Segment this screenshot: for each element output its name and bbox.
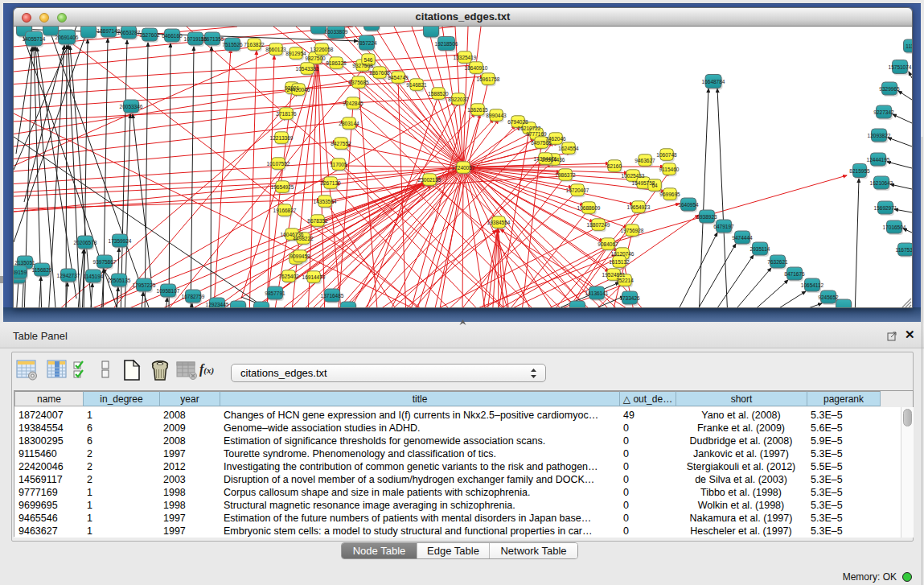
svg-text:9227342: 9227342	[873, 109, 894, 115]
svg-text:9146821: 9146821	[406, 82, 427, 88]
svg-text:20691406: 20691406	[55, 35, 79, 40]
svg-text:6794028: 6794028	[507, 119, 528, 125]
svg-text:14055714: 14055714	[23, 36, 46, 42]
svg-text:2135051: 2135051	[14, 260, 35, 266]
svg-text:1156829: 1156829	[32, 267, 52, 273]
svg-text:9699695: 9699695	[659, 192, 680, 197]
svg-text:1527602: 1527602	[139, 32, 160, 38]
svg-text:18640910: 18640910	[465, 65, 488, 71]
svg-text:19756928: 19756928	[621, 228, 644, 233]
svg-text:16120746: 16120746	[611, 251, 634, 257]
svg-text:9099459: 9099459	[290, 253, 310, 259]
svg-text:1145194: 1145194	[84, 274, 104, 279]
svg-text:39159: 39159	[14, 270, 27, 275]
svg-text:17016504: 17016504	[883, 225, 906, 230]
svg-text:12213369: 12213369	[270, 135, 294, 141]
svg-text:14136141: 14136141	[585, 290, 609, 296]
svg-text:23002135: 23002135	[418, 177, 441, 183]
svg-text:16033809: 16033809	[325, 29, 348, 35]
svg-text:12505135: 12505135	[108, 278, 131, 283]
svg-text:12923445: 12923445	[206, 302, 229, 307]
svg-text:8660123: 8660123	[265, 47, 286, 52]
svg-text:2935114: 2935114	[750, 246, 770, 252]
svg-text:9245652: 9245652	[818, 295, 839, 300]
svg-text:9463627: 9463627	[634, 158, 655, 163]
svg-text:10958107: 10958107	[157, 288, 180, 294]
svg-text:10107552: 10107552	[267, 161, 290, 167]
svg-text:13226058: 13226058	[310, 47, 334, 52]
svg-text:6466160: 6466160	[162, 33, 183, 39]
svg-text:10653287: 10653287	[117, 30, 141, 35]
svg-text:7625402: 7625402	[278, 274, 299, 279]
svg-text:19218506: 19218506	[435, 41, 458, 47]
svg-text:64: 64	[651, 183, 658, 188]
svg-text:17240057: 17240057	[452, 165, 475, 171]
svg-text:19384554: 19384554	[487, 220, 511, 225]
svg-text:252214: 252214	[616, 278, 634, 283]
svg-text:9327508: 9327508	[352, 63, 373, 68]
svg-text:7857224: 7857224	[356, 40, 377, 46]
svg-text:14353594: 14353594	[314, 199, 337, 204]
svg-text:15720407: 15720407	[566, 187, 589, 193]
svg-text:16671355: 16671355	[201, 36, 224, 42]
svg-text:8215955: 8215955	[849, 168, 870, 174]
svg-text:62160: 62160	[607, 163, 622, 169]
svg-text:8186328: 8186328	[326, 60, 347, 66]
svg-text:7163822: 7163822	[244, 42, 265, 47]
svg-text:17957225: 17957225	[133, 282, 156, 288]
svg-text:1615132: 1615132	[609, 259, 630, 265]
svg-text:9242845: 9242845	[343, 101, 363, 106]
svg-text:10688609: 10688609	[577, 205, 601, 211]
svg-text:20206578: 20206578	[74, 240, 97, 245]
svg-text:8938923: 8938923	[696, 214, 717, 220]
svg-text:20053346: 20053346	[120, 104, 143, 109]
svg-text:10543382: 10543382	[296, 66, 319, 72]
svg-text:4498222: 4498222	[293, 236, 314, 241]
svg-text:8375685: 8375685	[348, 80, 369, 85]
svg-text:9115460: 9115460	[659, 167, 680, 172]
svg-text:6479197: 6479197	[713, 224, 734, 229]
svg-text:13716485: 13716485	[321, 293, 344, 299]
svg-text:24420046: 24420046	[287, 87, 310, 93]
svg-text:16782759: 16782759	[182, 294, 205, 299]
svg-text:19524851: 19524851	[602, 272, 626, 278]
svg-text:8427552: 8427552	[331, 141, 351, 146]
svg-text:9329965: 9329965	[879, 86, 900, 92]
svg-text:15692971: 15692971	[874, 205, 897, 211]
svg-text:3267130: 3267130	[320, 180, 341, 186]
svg-text:7462046: 7462046	[545, 136, 566, 142]
svg-text:16210643: 16210643	[870, 180, 893, 186]
svg-text:1362615: 1362615	[467, 107, 488, 113]
svg-text:9827500: 9827500	[305, 56, 326, 61]
svg-text:8990443: 8990443	[486, 113, 507, 118]
svg-text:19654923: 19654923	[627, 204, 651, 210]
svg-text:117005: 117005	[330, 162, 347, 167]
svg-text:9084067: 9084067	[598, 241, 618, 247]
svg-text:7515526: 7515526	[222, 42, 243, 47]
svg-text:14304476: 14304476	[534, 156, 557, 162]
svg-text:7986372: 7986372	[555, 172, 576, 178]
svg-text:18807249: 18807249	[587, 222, 610, 228]
svg-text:12093822: 12093822	[868, 133, 891, 138]
svg-text:10654112: 10654112	[801, 282, 824, 288]
svg-text:8471676: 8471676	[784, 271, 805, 277]
svg-text:17359924: 17359924	[109, 238, 132, 244]
svg-text:2867608: 2867608	[369, 70, 390, 76]
svg-text:16961758: 16961758	[477, 76, 500, 82]
svg-text:15751074: 15751074	[889, 64, 912, 70]
svg-text:9857791: 9857791	[265, 290, 285, 296]
svg-text:1640954: 1640954	[678, 202, 699, 208]
svg-text:7632621: 7632621	[767, 259, 788, 265]
svg-text:16648784: 16648784	[702, 79, 725, 84]
svg-text:2803144: 2803144	[339, 121, 359, 126]
svg-text:9777169: 9777169	[526, 131, 547, 137]
svg-text:19166827: 19166827	[273, 208, 297, 213]
svg-text:1624554: 1624554	[558, 146, 579, 151]
svg-text:9474444: 9474444	[732, 235, 753, 241]
svg-text:19654925: 19654925	[271, 184, 294, 190]
svg-text:1588520: 1588520	[428, 91, 449, 97]
svg-text:1167533: 1167533	[896, 247, 912, 253]
svg-text:1117: 1117	[906, 43, 912, 49]
svg-text:16210722: 16210722	[518, 126, 541, 131]
svg-text:8322037: 8322037	[448, 97, 469, 102]
